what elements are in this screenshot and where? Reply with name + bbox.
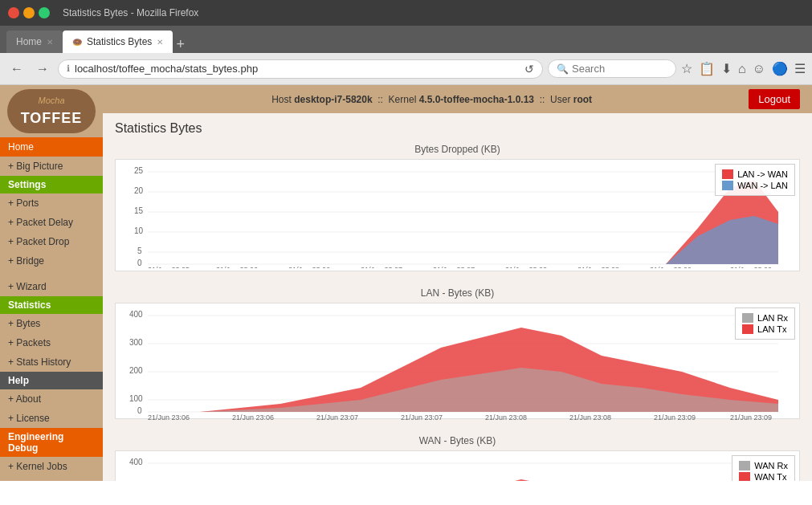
sidebar-section-settings: Settings	[0, 176, 103, 193]
svg-text:400: 400	[129, 458, 143, 466]
svg-text:25: 25	[134, 166, 144, 175]
window-title: Statistics Bytes - Mozilla Firefox	[63, 7, 198, 18]
host-label: Host	[271, 94, 292, 105]
address-input[interactable]	[75, 63, 520, 75]
tab-statistics-bytes[interactable]: 🍩 Statistics Bytes ✕	[63, 31, 173, 53]
legend-lan-rx: LAN Rx	[742, 313, 788, 323]
legend-wan-lan-label: WAN -> LAN	[737, 181, 788, 190]
bytes-dropped-title: Bytes Dropped (KB)	[115, 144, 800, 155]
svg-text:21/Jun 23:08: 21/Jun 23:08	[577, 266, 619, 268]
svg-text:21/Jun 23:06: 21/Jun 23:06	[216, 266, 258, 268]
svg-text:21/Jun 23:09: 21/Jun 23:09	[650, 266, 692, 268]
reading-list-icon[interactable]: 📋	[699, 61, 715, 76]
reload-button[interactable]: ↺	[524, 63, 534, 75]
download-icon[interactable]: ⬇	[721, 61, 732, 76]
wan-bytes-svg: 400 300 200 100	[120, 455, 794, 481]
sidebar-item-license[interactable]: + License	[0, 409, 103, 428]
host-value: desktop-i7-5820k	[294, 94, 372, 105]
tab-home-label: Home	[16, 36, 42, 47]
sidebar-item-packet-delay[interactable]: + Packet Delay	[0, 213, 103, 232]
menu-icon[interactable]: ☰	[794, 61, 806, 76]
search-input[interactable]	[572, 63, 652, 75]
svg-text:0: 0	[137, 259, 142, 267]
address-bar[interactable]: ℹ ↺	[58, 59, 543, 79]
logo-text: Mocha	[38, 96, 64, 105]
legend-lan-wan: LAN -> WAN	[722, 169, 788, 179]
svg-text:0: 0	[137, 406, 142, 415]
sidebar-item-kernel-jobs[interactable]: + Kernel Jobs	[0, 457, 103, 476]
back-button[interactable]: ←	[6, 60, 27, 78]
forward-button[interactable]: →	[32, 60, 53, 78]
nav-section: Home + Big Picture Settings + Ports + Pa…	[0, 137, 103, 481]
sidebar-item-home[interactable]: Home	[0, 137, 103, 157]
bookmark-icon[interactable]: ☆	[681, 61, 692, 76]
wan-bytes-chart-section: WAN - Bytes (KB) 400 300 200 100	[115, 435, 800, 481]
svg-text:21/Jun 23:07: 21/Jun 23:07	[316, 413, 358, 420]
tab-home[interactable]: Home ✕	[6, 31, 63, 53]
bytes-dropped-chart-section: Bytes Dropped (KB) 25 20 15 10 5 0	[115, 144, 800, 271]
tab-statistics-bytes-label: Statistics Bytes	[87, 36, 152, 47]
minimize-window-button[interactable]	[23, 7, 35, 18]
legend-wan-tx: WAN Tx	[739, 472, 788, 481]
sidebar-item-wizard[interactable]: + Wizard	[0, 277, 103, 296]
search-icon: 🔍	[557, 63, 569, 75]
logo-image: Mocha TOFFEE	[7, 89, 96, 133]
svg-text:300: 300	[129, 480, 143, 481]
tab-statistics-bytes-close[interactable]: ✕	[157, 38, 163, 47]
sidebar-item-bridge[interactable]: + Bridge	[0, 251, 103, 271]
svg-text:5: 5	[137, 246, 142, 255]
sidebar-item-bytes[interactable]: + Bytes	[0, 314, 103, 333]
sidebar-item-ports[interactable]: + Ports	[0, 193, 103, 213]
svg-text:21/Jun 23:06: 21/Jun 23:06	[288, 266, 330, 268]
wan-bytes-title: WAN - Bytes (KB)	[115, 435, 800, 446]
sidebar-section-help: Help	[0, 372, 103, 389]
legend-wan-lan-color	[722, 181, 733, 190]
svg-text:21/Jun 23:09: 21/Jun 23:09	[654, 413, 696, 420]
app-header-bar: Host desktop-i7-5820k :: Kernel 4.5.0-to…	[103, 85, 812, 113]
wan-bytes-chart: 400 300 200 100	[115, 450, 800, 481]
tab-home-close[interactable]: ✕	[47, 38, 53, 47]
firefox-icon[interactable]: 🔵	[772, 61, 788, 76]
svg-text:21/Jun 23:07: 21/Jun 23:07	[401, 413, 443, 420]
svg-text:200: 200	[129, 366, 143, 375]
bytes-dropped-chart: 25 20 15 10 5 0	[115, 159, 800, 271]
sidebar-item-big-picture[interactable]: + Big Picture	[0, 157, 103, 176]
search-bar[interactable]: 🔍	[548, 59, 676, 78]
lan-bytes-title: LAN - Bytes (KB)	[115, 287, 800, 299]
bytes-dropped-legend: LAN -> WAN WAN -> LAN	[715, 164, 795, 196]
lock-icon: ℹ	[67, 63, 70, 74]
svg-text:15: 15	[134, 206, 144, 215]
navigation-bar: ← → ℹ ↺ 🔍 ☆ 📋 ⬇ ⌂ ☺ 🔵 ☰	[0, 53, 812, 85]
sidebar-item-packet-drop[interactable]: + Packet Drop	[0, 232, 103, 251]
close-window-button[interactable]	[8, 7, 19, 18]
account-icon[interactable]: ☺	[753, 62, 765, 76]
legend-wan-tx-label: WAN Tx	[754, 472, 786, 481]
sidebar-item-stats-history[interactable]: + Stats History	[0, 352, 103, 372]
user-label: User	[550, 94, 570, 105]
tab-bar: Home ✕ 🍩 Statistics Bytes ✕ +	[0, 26, 812, 53]
bytes-dropped-svg: 25 20 15 10 5 0	[120, 164, 794, 268]
maximize-window-button[interactable]	[39, 7, 50, 18]
home-icon[interactable]: ⌂	[738, 62, 746, 76]
sidebar-item-gui-jobs[interactable]: + GUI Jobs	[0, 476, 103, 481]
main-content: Host desktop-i7-5820k :: Kernel 4.5.0-to…	[103, 85, 812, 481]
svg-text:10: 10	[134, 226, 144, 235]
new-tab-button[interactable]: +	[176, 36, 185, 53]
lan-bytes-svg: 400 300 200 100 0 21/Jun 2	[120, 307, 794, 420]
logo-area: Mocha TOFFEE	[0, 85, 103, 137]
legend-lan-tx: LAN Tx	[742, 324, 788, 334]
legend-lan-wan-label: LAN -> WAN	[737, 169, 788, 179]
logout-button[interactable]: Logout	[749, 89, 800, 109]
sidebar-item-packets[interactable]: + Packets	[0, 333, 103, 352]
legend-lan-rx-label: LAN Rx	[757, 313, 788, 323]
sidebar-item-about[interactable]: + About	[0, 389, 103, 409]
svg-text:21/Jun 23:08: 21/Jun 23:08	[569, 413, 611, 420]
svg-text:21/Jun 23:06: 21/Jun 23:06	[232, 413, 274, 420]
svg-text:21/Jun 23:09: 21/Jun 23:09	[730, 266, 772, 268]
svg-text:21/Jun 23:07: 21/Jun 23:07	[361, 266, 402, 268]
svg-text:100: 100	[129, 394, 143, 403]
svg-text:21/Jun 23:06: 21/Jun 23:06	[148, 413, 190, 420]
legend-wan-rx-label: WAN Rx	[754, 461, 788, 470]
host-info: Host desktop-i7-5820k :: Kernel 4.5.0-to…	[271, 94, 592, 105]
legend-lan-tx-label: LAN Tx	[757, 324, 786, 334]
